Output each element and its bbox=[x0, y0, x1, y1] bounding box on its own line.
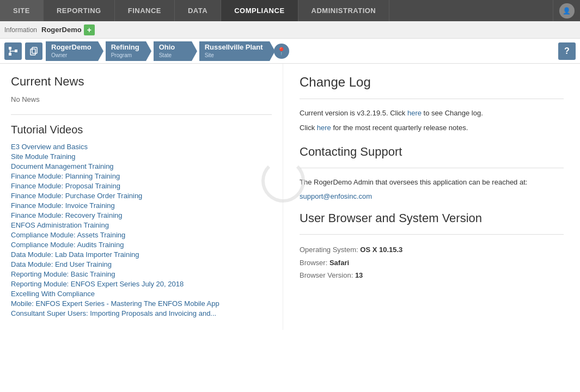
tutorial-link-17[interactable]: Consultant Super Users: Importing Propos… bbox=[11, 309, 272, 317]
tutorial-item-15[interactable]: Excelling With Compliance bbox=[11, 290, 272, 298]
hierarchy-icon[interactable] bbox=[4, 42, 22, 60]
tutorial-item-2[interactable]: Document Management Training bbox=[11, 162, 272, 170]
left-panel: Current News No News Tutorial Videos E3 … bbox=[0, 64, 283, 330]
divider-1 bbox=[11, 114, 272, 115]
info-bar: Information RogerDemo + bbox=[0, 21, 580, 39]
tutorial-link-10[interactable]: Compliance Module: Audits Training bbox=[11, 241, 272, 249]
nav-data[interactable]: DATA bbox=[175, 0, 221, 21]
breadcrumb-ohio[interactable]: Ohio State bbox=[154, 41, 192, 61]
info-label: Information bbox=[4, 26, 37, 34]
nav-finance[interactable]: FINANCE bbox=[115, 0, 175, 21]
svg-rect-2 bbox=[15, 50, 17, 52]
tutorial-link-12[interactable]: Data Module: End User Training bbox=[11, 260, 272, 268]
nav-compliance[interactable]: COMPLIANCE bbox=[221, 0, 298, 21]
browser-title: User Browser and System Version bbox=[300, 211, 564, 225]
breadcrumb-refining[interactable]: Refining Program bbox=[106, 41, 146, 61]
svg-rect-5 bbox=[30, 49, 35, 55]
tutorial-link-1[interactable]: Site Module Training bbox=[11, 152, 272, 161]
svg-rect-1 bbox=[9, 53, 11, 56]
location-pin-icon[interactable]: 📍 bbox=[274, 44, 289, 59]
tutorial-link-2[interactable]: Document Management Training bbox=[11, 162, 272, 170]
tutorial-item-14[interactable]: Reporting Module: ENFOS Expert Series Ju… bbox=[11, 280, 272, 288]
tutorial-item-11[interactable]: Data Module: Lab Data Importer Training bbox=[11, 250, 272, 259]
info-user: RogerDemo bbox=[41, 26, 82, 34]
tutorial-list: E3 Overview and Basics Site Module Train… bbox=[11, 143, 272, 317]
nav-administration[interactable]: ADMINISTRATION bbox=[298, 0, 390, 21]
nav-reporting[interactable]: REPORTING bbox=[44, 0, 115, 21]
support-title: Contacting Support bbox=[300, 145, 564, 159]
main-content-wrapper: Current News No News Tutorial Videos E3 … bbox=[0, 64, 580, 330]
tutorial-item-8[interactable]: ENFOS Administration Training bbox=[11, 221, 272, 229]
nav-site[interactable]: SITE bbox=[0, 0, 44, 21]
no-news-text: No News bbox=[11, 95, 272, 103]
tutorial-item-6[interactable]: Finance Module: Invoice Training bbox=[11, 201, 272, 210]
tutorial-link-16[interactable]: Mobile: ENFOS Expert Series - Mastering … bbox=[11, 299, 272, 308]
tutorial-link-8[interactable]: ENFOS Administration Training bbox=[11, 221, 272, 229]
copy-icon[interactable] bbox=[25, 42, 42, 60]
browser-info-row: Browser: Safari bbox=[300, 256, 564, 269]
os-label: Operating System: bbox=[300, 246, 358, 254]
breadcrumb-rogerdemo[interactable]: RogerDemo Owner bbox=[46, 41, 98, 61]
tutorial-link-15[interactable]: Excelling With Compliance bbox=[11, 290, 272, 298]
changelog-here-link-2[interactable]: here bbox=[317, 124, 331, 132]
changelog-here-link-1[interactable]: here bbox=[407, 109, 422, 117]
tutorial-link-3[interactable]: Finance Module: Planning Training bbox=[11, 172, 272, 180]
changelog-quarterly-prefix: Click bbox=[300, 124, 317, 132]
changelog-version-prefix: Current version is v3.2.19.5. Click bbox=[300, 109, 407, 117]
tutorial-item-13[interactable]: Reporting Module: Basic Training bbox=[11, 270, 272, 278]
add-info-button[interactable]: + bbox=[84, 24, 95, 35]
os-value-text: OS X 10.15.3 bbox=[360, 246, 402, 254]
changelog-quarterly-text: Click here for the most recent quarterly… bbox=[300, 122, 564, 134]
divider-changelog bbox=[300, 99, 564, 99]
tutorial-item-9[interactable]: Compliance Module: Assets Training bbox=[11, 231, 272, 239]
tutorial-item-17[interactable]: Consultant Super Users: Importing Propos… bbox=[11, 309, 272, 317]
svg-rect-6 bbox=[32, 47, 37, 53]
tutorial-link-4[interactable]: Finance Module: Proposal Training bbox=[11, 182, 272, 190]
tutorial-videos-title: Tutorial Videos bbox=[11, 124, 272, 136]
tutorial-link-5[interactable]: Finance Module: Purchase Order Training bbox=[11, 192, 272, 200]
tutorial-link-9[interactable]: Compliance Module: Assets Training bbox=[11, 231, 272, 239]
main-content: Current News No News Tutorial Videos E3 … bbox=[0, 64, 580, 330]
changelog-version-suffix: to see Change log. bbox=[422, 109, 483, 117]
support-email-link[interactable]: support@enfosinc.com bbox=[300, 192, 372, 200]
tutorial-item-4[interactable]: Finance Module: Proposal Training bbox=[11, 182, 272, 190]
current-news-title: Current News bbox=[11, 75, 272, 89]
breadcrumb-russellville[interactable]: Russellville Plant Site bbox=[199, 41, 270, 61]
version-info-row: Browser Version: 13 bbox=[300, 269, 564, 281]
svg-rect-0 bbox=[9, 47, 11, 50]
tutorial-item-3[interactable]: Finance Module: Planning Training bbox=[11, 172, 272, 180]
right-panel: Change Log Current version is v3.2.19.5.… bbox=[283, 64, 580, 330]
avatar-circle: 👤 bbox=[559, 3, 575, 19]
changelog-quarterly-suffix: for the most recent quarterly release no… bbox=[331, 124, 468, 132]
breadcrumb-bar: RogerDemo Owner Refining Program Ohio St… bbox=[0, 39, 580, 64]
os-info-row: Operating System: OS X 10.15.3 bbox=[300, 243, 564, 256]
tutorial-item-16[interactable]: Mobile: ENFOS Expert Series - Mastering … bbox=[11, 299, 272, 308]
tutorial-link-13[interactable]: Reporting Module: Basic Training bbox=[11, 270, 272, 278]
tutorial-link-7[interactable]: Finance Module: Recovery Training bbox=[11, 211, 272, 219]
divider-browser bbox=[300, 234, 564, 235]
tutorial-item-7[interactable]: Finance Module: Recovery Training bbox=[11, 211, 272, 219]
browser-info: Operating System: OS X 10.15.3 Browser: … bbox=[300, 243, 564, 281]
version-value-text: 13 bbox=[355, 271, 363, 279]
tutorial-item-12[interactable]: Data Module: End User Training bbox=[11, 260, 272, 268]
browser-label: Browser: bbox=[300, 259, 327, 267]
top-navigation: SITE REPORTING FINANCE DATA COMPLIANCE A… bbox=[0, 0, 580, 21]
changelog-version-text: Current version is v3.2.19.5. Click here… bbox=[300, 108, 564, 119]
tutorial-link-6[interactable]: Finance Module: Invoice Training bbox=[11, 201, 272, 210]
nav-spacer bbox=[389, 0, 553, 21]
tutorial-link-11[interactable]: Data Module: Lab Data Importer Training bbox=[11, 250, 272, 259]
help-button[interactable]: ? bbox=[558, 42, 576, 60]
tutorial-link-14[interactable]: Reporting Module: ENFOS Expert Series Ju… bbox=[11, 280, 272, 288]
tutorial-item-1[interactable]: Site Module Training bbox=[11, 152, 272, 161]
version-label: Browser Version: bbox=[300, 271, 353, 279]
change-log-title: Change Log bbox=[300, 75, 564, 90]
tutorial-link-0[interactable]: E3 Overview and Basics bbox=[11, 143, 272, 151]
tutorial-item-0[interactable]: E3 Overview and Basics bbox=[11, 143, 272, 151]
tutorial-item-10[interactable]: Compliance Module: Audits Training bbox=[11, 241, 272, 249]
support-text: The RogerDemo Admin that oversees this a… bbox=[300, 177, 564, 188]
user-avatar-button[interactable]: 👤 bbox=[553, 0, 580, 21]
divider-support bbox=[300, 168, 564, 168]
browser-value-text: Safari bbox=[329, 259, 349, 267]
tutorial-item-5[interactable]: Finance Module: Purchase Order Training bbox=[11, 192, 272, 200]
